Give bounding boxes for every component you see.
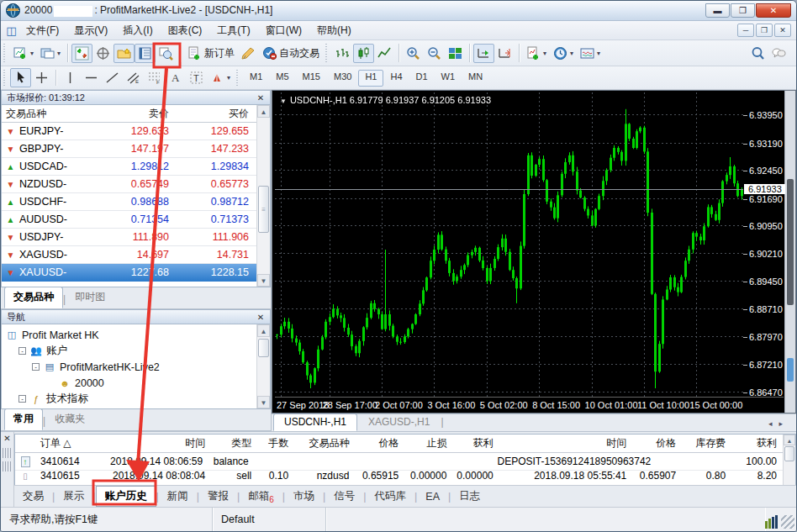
metaeditor-button[interactable] xyxy=(238,44,259,63)
toolbar-grip[interactable] xyxy=(325,44,330,62)
terminal-close-icon[interactable]: ✕ xyxy=(3,432,10,445)
terminal-tab-警报[interactable]: 警报 xyxy=(199,487,237,506)
label-tool-button[interactable]: T xyxy=(186,68,207,87)
navigator-close-icon[interactable]: ✕ xyxy=(255,313,267,322)
terminal-column-header-4[interactable]: 交易品种 xyxy=(293,436,354,450)
autotrading-button[interactable]: 自动交易 xyxy=(259,44,323,63)
market-watch-row-audusd[interactable]: ▲AUDUSD-0.713540.71373 xyxy=(2,211,270,229)
dropdown-arrow-icon[interactable]: ▾ xyxy=(30,50,34,57)
terminal-tab-代码库[interactable]: 代码库 xyxy=(367,487,415,506)
timeframe-w1-button[interactable]: W1 xyxy=(435,70,462,87)
timeframe-h1-button[interactable]: H1 xyxy=(358,70,383,87)
scrollbar-thumb[interactable]: ≡ xyxy=(258,186,269,233)
terminal-toggle-button[interactable] xyxy=(135,44,156,63)
new-chart-button[interactable]: ▾ xyxy=(10,44,37,63)
market-watch-tab-1[interactable]: 即时图 xyxy=(66,287,114,308)
dropdown-arrow-icon[interactable]: ▾ xyxy=(57,50,61,57)
tree-item-4[interactable]: -ƒ技术指标 xyxy=(5,391,270,407)
chart-right-scrollbar[interactable] xyxy=(784,91,795,413)
line-chart-button[interactable] xyxy=(374,44,395,63)
templates-button[interactable]: ▾ xyxy=(577,44,604,63)
tree-item-2[interactable]: -▤ProfitMarketHK-Live2 xyxy=(5,359,270,375)
arrows-tool-button[interactable]: ▾ xyxy=(207,68,234,87)
market-watch-close-icon[interactable]: ✕ xyxy=(255,93,267,103)
dropdown-arrow-icon[interactable]: ▾ xyxy=(597,50,600,57)
periods-button[interactable]: ▾ xyxy=(550,44,577,63)
timeframe-m1-button[interactable]: M1 xyxy=(243,70,269,87)
menu-item-4[interactable]: 工具(T) xyxy=(209,22,257,40)
cursor-tool-button[interactable] xyxy=(10,68,31,87)
close-button[interactable]: ✕ xyxy=(756,3,791,18)
market-watch-row-usdcad[interactable]: ▲USDCAD-1.298121.29834 xyxy=(2,158,270,176)
tile-windows-button[interactable] xyxy=(445,44,466,63)
terminal-row-3410615[interactable]: ▯34106152018.09.14 08:08:04sell0.10nzdus… xyxy=(15,471,795,481)
profiles-button[interactable]: ▾ xyxy=(37,44,64,63)
terminal-column-header-3[interactable]: 手数 xyxy=(256,436,293,450)
chart-tab-1[interactable]: XAGUSD-,H1 xyxy=(357,413,441,431)
strategy-tester-button[interactable] xyxy=(156,44,177,63)
terminal-tab-展示[interactable]: 展示 xyxy=(55,487,92,506)
fibonacci-tool-button[interactable]: F xyxy=(144,68,165,87)
dropdown-arrow-icon[interactable]: ▾ xyxy=(227,74,230,82)
terminal-tab-邮箱[interactable]: 邮箱6 xyxy=(240,487,282,507)
zoom-in-button[interactable] xyxy=(403,44,424,63)
timeframe-d1-button[interactable]: D1 xyxy=(409,70,435,87)
terminal-column-header-8[interactable]: 时间 xyxy=(499,436,632,450)
scrollbar-thumb[interactable] xyxy=(784,446,794,461)
indicators-button[interactable]: ▾ xyxy=(523,44,550,63)
dropdown-arrow-icon[interactable]: ▾ xyxy=(543,50,546,57)
menu-item-1[interactable]: 显示(V) xyxy=(66,22,115,40)
terminal-column-header-2[interactable]: 类型 xyxy=(210,436,256,450)
terminal-tab-账户历史[interactable]: 账户历史 xyxy=(96,486,156,507)
menu-item-0[interactable]: 文件(F) xyxy=(18,22,66,40)
tree-expander-icon[interactable]: - xyxy=(18,395,26,403)
terminal-tab-日志[interactable]: 日志 xyxy=(451,487,488,506)
terminal-column-header-9[interactable]: 价格 xyxy=(631,436,681,450)
terminal-tab-交易[interactable]: 交易 xyxy=(14,487,52,506)
menu-item-3[interactable]: 图表(C) xyxy=(161,22,210,40)
chart-tab-0[interactable]: USDCNH-,H1 xyxy=(273,413,357,431)
terminal-column-header-7[interactable]: 获利 xyxy=(451,436,498,450)
scroll-up-icon[interactable]: ▲ xyxy=(257,105,270,118)
column-header-buy[interactable]: 买价 xyxy=(176,107,256,121)
timeframe-m30-button[interactable]: M30 xyxy=(327,70,358,87)
column-header-sell[interactable]: 卖价 xyxy=(96,107,176,121)
terminal-tab-信号[interactable]: 信号 xyxy=(325,487,363,506)
market-watch-row-eurjpy[interactable]: ▼EURJPY-129.633129.655 xyxy=(2,123,270,140)
terminal-tab-新闻[interactable]: 新闻 xyxy=(159,487,197,506)
tree-item-1[interactable]: -👥账户 xyxy=(5,343,270,359)
navigator-scrollbar[interactable]: ▲ ▼ xyxy=(256,324,270,408)
auto-scroll-button[interactable] xyxy=(473,44,494,63)
child-minimize-button[interactable]: ─ xyxy=(737,24,754,37)
market-watch-row-usdchf[interactable]: ▲USDCHF-0.986880.98712 xyxy=(2,193,270,211)
toolbar-grip[interactable] xyxy=(236,70,240,86)
crosshair-tool-button[interactable] xyxy=(31,68,52,87)
status-profile[interactable]: Default xyxy=(213,508,326,531)
terminal-column-header-11[interactable]: 获利 xyxy=(731,436,782,450)
resize-grip[interactable] xyxy=(781,515,794,529)
tree-item-3[interactable]: ☻20000 xyxy=(5,375,270,391)
terminal-column-header-5[interactable]: 价格 xyxy=(354,436,404,450)
candlestick-chart[interactable] xyxy=(275,92,743,398)
community-chat-button[interactable] xyxy=(768,44,789,63)
terminal-column-header-1[interactable]: 时间 xyxy=(104,436,211,450)
menu-item-2[interactable]: 插入(I) xyxy=(115,22,160,40)
vertical-line-tool-button[interactable] xyxy=(60,68,81,87)
market-watch-scrollbar[interactable]: ▲ ≡ ▼ xyxy=(256,105,270,287)
candlestick-button[interactable] xyxy=(353,44,374,63)
terminal-column-header-6[interactable]: 止损 xyxy=(404,436,451,450)
timeframe-h4-button[interactable]: H4 xyxy=(383,70,409,87)
trendline-tool-button[interactable] xyxy=(102,68,123,87)
menu-item-6[interactable]: 帮助(H) xyxy=(309,22,359,40)
terminal-column-header-10[interactable]: 库存费 xyxy=(681,436,731,450)
data-window-button[interactable] xyxy=(92,44,113,63)
timeframe-m15-button[interactable]: M15 xyxy=(296,70,327,87)
timeframe-mn-button[interactable]: MN xyxy=(462,70,489,87)
tree-item-0[interactable]: ◫Profit Market HK xyxy=(5,327,270,343)
terminal-tab-EA[interactable]: EA xyxy=(417,488,448,505)
navigator-toggle-button[interactable] xyxy=(113,44,135,63)
terminal-column-header-0[interactable]: 订单 △ xyxy=(35,436,104,450)
terminal-row-3410614[interactable]: ↑34106142018.09.14 08:06:59balanceDEPOSI… xyxy=(15,453,795,471)
chart-window[interactable]: ▼USDCNH-,H1 6.91779 6.91937 6.91205 6.91… xyxy=(272,90,796,413)
navigator-tab-1[interactable]: 收藏夹 xyxy=(45,408,94,430)
